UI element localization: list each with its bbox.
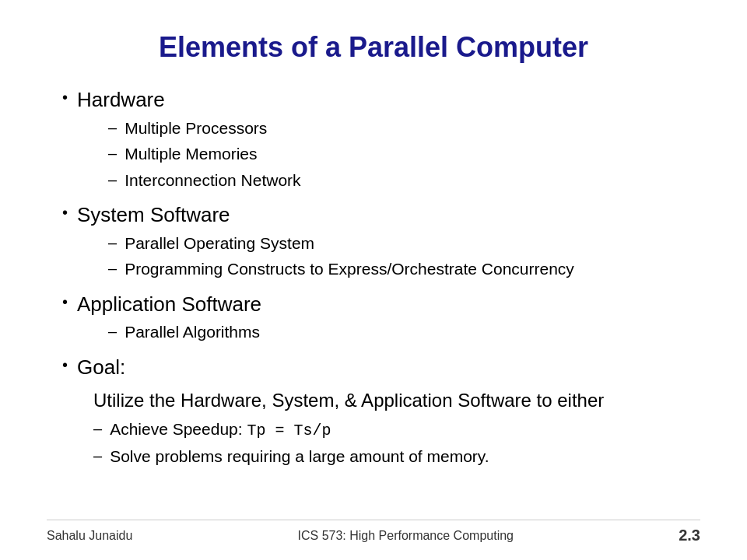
bullet-dot-hardware: •	[62, 89, 68, 107]
speedup-formula: Tp = Ts/p	[247, 422, 331, 439]
footer-course: ICS 573: High Performance Computing	[298, 529, 514, 543]
sub-dash: –	[108, 117, 117, 138]
sub-text: Programming Constructs to Express/Orches…	[124, 257, 574, 280]
bullet-system-software: • System Software – Parallel Operating S…	[62, 202, 700, 285]
slide-title: Elements of a Parallel Computer	[47, 31, 700, 64]
system-software-sub-list: – Parallel Operating System – Programmin…	[108, 232, 574, 281]
sub-dash: –	[108, 142, 117, 164]
footer-slide-number: 2.3	[679, 527, 700, 544]
goal-speedup-text: Achieve Speedup: Tp = Ts/p	[110, 418, 331, 442]
slide: Elements of a Parallel Computer • Hardwa…	[0, 0, 747, 560]
sub-dash: –	[108, 169, 117, 191]
sub-text: Parallel Operating System	[124, 232, 314, 254]
list-item: – Programming Constructs to Express/Orch…	[108, 257, 574, 280]
achieve-speedup-label: Achieve Speedup:	[110, 420, 247, 438]
hardware-sub-list: – Multiple Processors – Multiple Memorie…	[108, 117, 301, 191]
slide-footer: Sahalu Junaidu ICS 573: High Performance…	[47, 520, 700, 544]
bullet-label-system-software: System Software	[77, 203, 230, 226]
slide-content: • Hardware – Multiple Processors – Multi…	[47, 87, 700, 512]
goal-sub-list: – Achieve Speedup: Tp = Ts/p – Solve pro…	[93, 418, 700, 467]
list-item: – Multiple Memories	[108, 142, 301, 165]
sub-text: Multiple Memories	[124, 142, 257, 165]
bullet-label-hardware: Hardware	[77, 88, 165, 111]
bullet-dot-application-software: •	[62, 293, 68, 311]
sub-dash: –	[108, 257, 117, 279]
list-item: – Parallel Operating System	[108, 232, 574, 254]
bullet-dot-system-software: •	[62, 204, 68, 222]
footer-author: Sahalu Junaidu	[47, 529, 132, 543]
sub-dash: –	[108, 232, 117, 254]
goal-memory-text: Solve problems requiring a large amount …	[110, 445, 489, 467]
bullet-label-application-software: Application Software	[77, 292, 261, 316]
sub-text: Parallel Algorithms	[124, 320, 260, 343]
bullet-goal: • Goal:	[62, 355, 700, 381]
bullet-application-software: • Application Software – Parallel Algori…	[62, 292, 700, 348]
sub-dash: –	[93, 445, 102, 467]
sub-text: Interconnection Network	[124, 169, 300, 191]
bullet-label-goal: Goal:	[77, 355, 125, 381]
list-item: – Solve problems requiring a large amoun…	[93, 445, 700, 467]
bullet-dot-goal: •	[62, 356, 68, 374]
bullet-hardware: • Hardware – Multiple Processors – Multi…	[62, 87, 700, 196]
list-item: – Achieve Speedup: Tp = Ts/p	[93, 418, 700, 442]
application-software-sub-list: – Parallel Algorithms	[108, 320, 261, 343]
sub-text: Multiple Processors	[124, 117, 267, 139]
goal-description: Utilize the Hardware, System, & Applicat…	[93, 387, 700, 414]
sub-dash: –	[93, 418, 102, 439]
list-item: – Interconnection Network	[108, 169, 301, 191]
sub-dash: –	[108, 320, 117, 342]
list-item: – Parallel Algorithms	[108, 320, 261, 343]
list-item: – Multiple Processors	[108, 117, 301, 139]
